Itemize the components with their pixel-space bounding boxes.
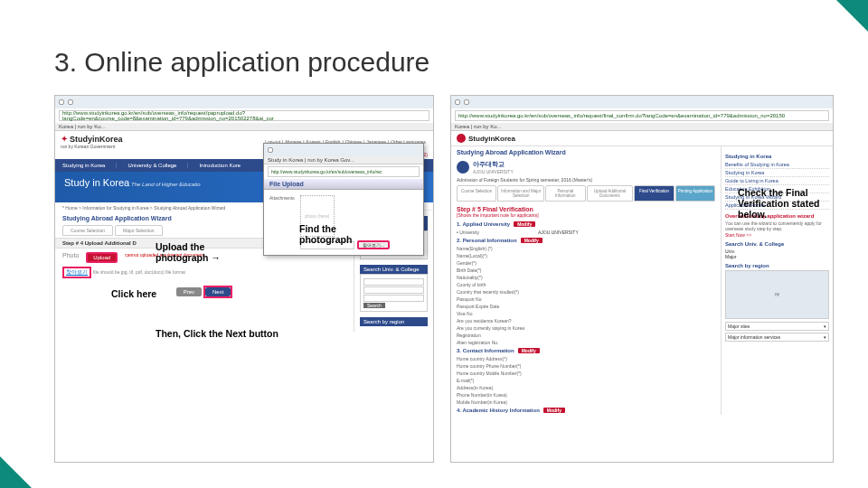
tab-1[interactable]: Course Selection (457, 185, 496, 202)
attach-label: Attachments (269, 195, 295, 249)
popup-tab: Study in Korea | run by Korea Gov... (264, 156, 423, 164)
sec-2: 2. Personal InformationModify (451, 236, 721, 245)
sec-3: 3. Contact InformationModify (451, 346, 721, 355)
callout-upload: Upload the photograph → (156, 241, 228, 263)
screenshot-left: http://www.studyinkorea.go.kr/en/sub/ove… (54, 95, 434, 463)
popup-addr: http://www.studyinkorea.go.kr/en/sub/ove… (268, 166, 420, 177)
site-logo[interactable]: ✦ StudyinKorea (61, 134, 123, 144)
region-panel-hdr: Search by region (360, 317, 428, 326)
modify-button[interactable]: Modify (521, 238, 542, 243)
modify-button[interactable]: Modify (518, 348, 540, 353)
korea-map-icon[interactable]: 🗺 (725, 270, 829, 319)
logo-sub: run by Korean Government (61, 144, 123, 149)
header: StudyinKorea (451, 131, 833, 146)
photo-label: Photo (62, 252, 79, 263)
admission-sub: Admission of Foreign Students for Spring… (451, 176, 721, 183)
side-link[interactable]: Guide to Living in Korea (725, 177, 829, 185)
star-icon (457, 134, 466, 143)
modify-button[interactable]: Modify (514, 221, 535, 227)
sel-3[interactable] (363, 295, 424, 302)
slide-title: 3. Online application procedure (54, 47, 429, 78)
popup-title: File Upload (264, 179, 423, 190)
fwd-icon[interactable] (68, 99, 73, 105)
tab-3[interactable]: Personal Information (545, 185, 585, 202)
callout-final: Check the Final Verification stated belo… (738, 187, 837, 220)
side-link[interactable]: Benefits of Studying in Korea (725, 161, 829, 169)
callout-click-here: Click here (111, 288, 156, 299)
search-button[interactable]: Search (363, 303, 385, 308)
back-icon (268, 147, 273, 153)
prev-button[interactable]: Prev (176, 287, 202, 296)
next-button[interactable]: Next (205, 287, 231, 296)
univ-logo-icon (457, 161, 469, 174)
tab-major[interactable]: Major Selection (115, 225, 162, 236)
tab-print[interactable]: Printing Application (675, 185, 715, 202)
sel-major-info[interactable]: Major information services▾ (725, 333, 829, 342)
side-link[interactable]: Studying in Korea (725, 169, 829, 177)
fwd-icon[interactable] (464, 99, 469, 105)
tab-final[interactable]: Final Verification (634, 185, 674, 202)
tab-course[interactable]: Course Selection (62, 225, 113, 236)
browser-tab[interactable]: Korea | run by Ko... (55, 123, 433, 131)
callout-next: Then, Click the Next button (156, 328, 278, 339)
screenshot-right: http://www.studyinkorea.go.kr/en/sub/ove… (450, 95, 834, 463)
tab-4[interactable]: Upload Additional Documents (587, 185, 634, 202)
browser-chrome (55, 96, 433, 108)
side-hdr: Studying in Korea (725, 154, 829, 159)
address-bar[interactable]: http://www.studyinkorea.go.kr/en/sub/ove… (59, 110, 429, 121)
step-note: [Shows the important note for applicants… (451, 212, 721, 220)
corner-bl (0, 456, 32, 488)
address-bar[interactable]: http://www.studyinkorea.go.kr/en/sub/ove… (455, 110, 829, 121)
sec-4: 4. Academic History InformationModify (451, 406, 721, 415)
wizard-tabs: Course Selection Information and Major S… (451, 183, 721, 203)
page-title: Studying Abroad Application Wizard (451, 146, 721, 158)
callout-find: Find the photograph (299, 223, 372, 245)
sel-major-sites[interactable]: Major sites▾ (725, 322, 829, 331)
star-icon: ✦ (61, 134, 68, 144)
back-icon[interactable] (455, 99, 460, 105)
browser-tab[interactable]: Korea | run by Ko... (451, 123, 833, 131)
search-panel-hdr: Search Univ. & College (360, 265, 428, 274)
corner-tr (836, 0, 868, 32)
sec-1: 1. Applied UniversityModify (451, 220, 721, 229)
sel-2[interactable] (363, 286, 424, 294)
modify-button[interactable]: Modify (543, 408, 565, 413)
browse-link[interactable]: 찾아보기 (62, 267, 91, 278)
content-area: http://www.studyinkorea.go.kr/en/sub/ove… (54, 95, 834, 463)
tab-2[interactable]: Information and Major Selection (497, 185, 544, 202)
step-title: Step # 5 Final Verification (451, 203, 721, 212)
sel-1[interactable] (363, 278, 424, 286)
upload-button[interactable]: Upload (86, 252, 118, 263)
back-icon[interactable] (59, 99, 64, 105)
start-now[interactable]: Start Now >> (725, 232, 751, 238)
